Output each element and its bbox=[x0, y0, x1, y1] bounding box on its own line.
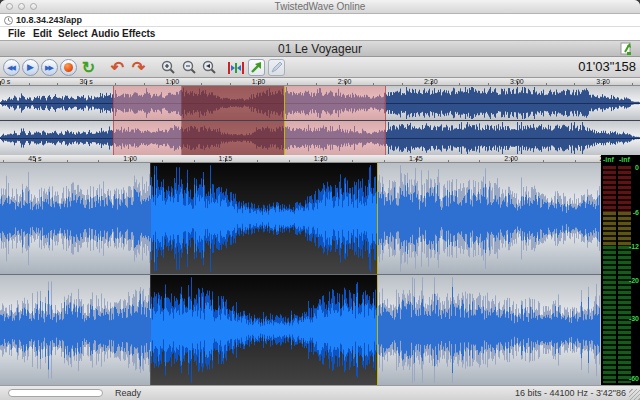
main-waveform-ch2[interactable] bbox=[0, 275, 600, 385]
meter-scale-0: 0 bbox=[635, 164, 639, 171]
peak-label-right: -inf bbox=[619, 156, 630, 163]
ruler-tick bbox=[543, 160, 544, 162]
meter-scale-20: -20 bbox=[629, 277, 639, 284]
ruler-tick-label: 30 s bbox=[80, 78, 93, 85]
ruler-tick-label: 1:00 bbox=[165, 78, 179, 85]
url-text: 10.8.34.243/app bbox=[16, 15, 82, 25]
play-button[interactable]: ▶ bbox=[22, 59, 39, 76]
ruler-tick bbox=[115, 83, 116, 85]
ruler-tick bbox=[3, 160, 4, 162]
ruler-tick bbox=[488, 83, 489, 85]
document-title: 01 Le Voyageur bbox=[0, 42, 640, 56]
zoom-selection-icon bbox=[227, 60, 244, 76]
status-bar: Ready 16 bits - 44100 Hz - 3'42"86 bbox=[0, 385, 640, 400]
ruler-tick bbox=[479, 160, 480, 162]
window-titlebar: TwistedWave Online bbox=[0, 0, 640, 14]
ruler-tick-label: 1:00 bbox=[123, 155, 137, 162]
site-icon bbox=[3, 15, 14, 26]
overview-waveform-ch1[interactable] bbox=[0, 86, 640, 120]
overview-waveform-ch2[interactable] bbox=[0, 121, 640, 155]
progress-bar bbox=[8, 389, 103, 397]
menu-select[interactable]: Select bbox=[58, 28, 87, 39]
peak-label-left: -inf bbox=[603, 156, 614, 163]
menu-effects[interactable]: Effects bbox=[122, 28, 155, 39]
ruler-tick bbox=[574, 83, 575, 85]
ruler-tick bbox=[230, 83, 231, 85]
loop-button[interactable]: ↻ bbox=[80, 59, 97, 76]
ruler-tick bbox=[201, 83, 202, 85]
ruler-tick bbox=[162, 160, 163, 162]
undo-button[interactable]: ↶ bbox=[109, 59, 126, 76]
ruler-tick bbox=[384, 160, 385, 162]
document-titlebar: 01 Le Voyageur bbox=[0, 41, 640, 57]
record-button[interactable] bbox=[60, 59, 77, 76]
menu-edit[interactable]: Edit bbox=[33, 28, 52, 39]
main-waveform bbox=[0, 163, 640, 385]
meter-scale-30: -30 bbox=[629, 315, 639, 322]
format-info: 16 bits - 44100 Hz - 3'42"86 bbox=[515, 388, 626, 398]
zoom-in-button[interactable] bbox=[160, 59, 177, 76]
level-meters: -inf -inf 0 -6 -12 -20 -30 -60 bbox=[601, 155, 640, 385]
ruler-tick-label: 2:00 bbox=[504, 155, 518, 162]
ruler-tick bbox=[29, 83, 30, 85]
ruler-tick bbox=[352, 160, 353, 162]
ruler-tick bbox=[98, 160, 99, 162]
ruler-tick bbox=[575, 160, 576, 162]
overview-ruler[interactable]: 0 s30 s1:001:302:002:303:003:30 bbox=[0, 78, 640, 86]
ruler-tick-label: 2:00 bbox=[338, 78, 352, 85]
app-window: TwistedWave Online 10.8.34.243/app File … bbox=[0, 0, 640, 400]
zoom-selection-button[interactable] bbox=[227, 59, 244, 76]
ruler-tick-label: 0 s bbox=[1, 78, 10, 85]
ruler-tick-label: 45 s bbox=[28, 155, 41, 162]
ruler-tick bbox=[459, 83, 460, 85]
menu-file[interactable]: File bbox=[8, 28, 25, 39]
meter-column-right bbox=[618, 166, 631, 383]
ruler-tick-label: 2:30 bbox=[424, 78, 438, 85]
ruler-tick bbox=[257, 160, 258, 162]
window-title: TwistedWave Online bbox=[0, 1, 640, 12]
draw-tool-button[interactable] bbox=[268, 59, 285, 76]
fit-window-icon bbox=[249, 60, 264, 75]
fast-forward-button[interactable]: ▶▶ bbox=[41, 59, 58, 76]
meter-column-left bbox=[603, 166, 616, 383]
ruler-tick bbox=[373, 83, 374, 85]
ruler-tick-label: 1:30 bbox=[252, 78, 266, 85]
rewind-button[interactable]: ◀◀ bbox=[3, 59, 20, 76]
overview-waveform bbox=[0, 86, 640, 155]
ruler-tick bbox=[144, 83, 145, 85]
menu-audio[interactable]: Audio bbox=[91, 28, 119, 39]
zoom-out-icon bbox=[181, 59, 198, 76]
meter-scale-12: -12 bbox=[629, 243, 639, 250]
ruler-tick bbox=[287, 83, 288, 85]
status-text: Ready bbox=[115, 388, 141, 398]
ruler-tick bbox=[289, 160, 290, 162]
url-bar[interactable]: 10.8.34.243/app bbox=[0, 14, 640, 27]
time-display: 01'03"158 bbox=[578, 59, 636, 74]
zoom-fit-button[interactable] bbox=[201, 59, 218, 76]
record-icon bbox=[64, 63, 73, 72]
ruler-tick bbox=[402, 83, 403, 85]
fit-window-button[interactable] bbox=[248, 59, 265, 76]
meter-scale-6: -6 bbox=[633, 209, 639, 216]
undo-icon: ↶ bbox=[111, 60, 124, 76]
meter-scale-60: -60 bbox=[629, 375, 639, 382]
ruler-tick bbox=[316, 83, 317, 85]
toolbar: ◀◀ ▶ ▶▶ ↻ ↶ ↷ bbox=[0, 57, 640, 78]
main-waveform-ch1[interactable] bbox=[0, 163, 600, 274]
ruler-tick-label: 1:15 bbox=[219, 155, 233, 162]
ruler-tick-label: 1:30 bbox=[314, 155, 328, 162]
ruler-tick bbox=[448, 160, 449, 162]
loop-icon: ↻ bbox=[82, 60, 95, 76]
ruler-tick bbox=[67, 160, 68, 162]
save-document-icon[interactable] bbox=[619, 41, 634, 56]
ruler-tick-label: 3:00 bbox=[510, 78, 524, 85]
redo-button[interactable]: ↷ bbox=[130, 59, 147, 76]
zoom-in-icon bbox=[160, 59, 177, 76]
redo-icon: ↷ bbox=[132, 60, 145, 76]
resize-grip[interactable] bbox=[629, 389, 640, 400]
ruler-tick bbox=[57, 83, 58, 85]
main-ruler[interactable]: 45 s1:001:151:301:452:002:15 bbox=[0, 155, 640, 163]
ruler-tick bbox=[546, 83, 547, 85]
ruler-tick-label: 3:30 bbox=[596, 78, 610, 85]
zoom-out-button[interactable] bbox=[181, 59, 198, 76]
